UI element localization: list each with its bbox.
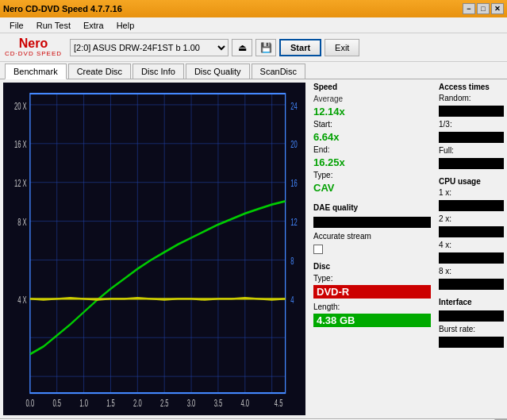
tab-create-disc[interactable]: Create Disc <box>68 64 131 79</box>
nero-sub-text: CD·DVD SPEED <box>5 50 62 57</box>
tabs-bar: Benchmark Create Disc Disc Info Disc Qua… <box>0 62 507 79</box>
window-controls: − □ ✕ <box>463 3 504 14</box>
disc-length-label: Length: <box>313 302 431 311</box>
svg-text:4.5: 4.5 <box>275 398 283 408</box>
cpu4x-label: 4 x: <box>439 241 504 249</box>
menu-help[interactable]: Help <box>110 19 141 32</box>
tab-disc-info[interactable]: Disc Info <box>133 64 184 79</box>
cpu2x-label: 2 x: <box>439 214 504 223</box>
svg-text:1.0: 1.0 <box>79 398 88 408</box>
svg-text:20: 20 <box>290 140 298 150</box>
svg-text:24: 24 <box>290 101 298 111</box>
menu-bar: File Run Test Extra Help <box>0 17 507 33</box>
close-button[interactable]: ✕ <box>491 3 504 14</box>
svg-text:2.5: 2.5 <box>160 398 169 408</box>
average-value: 12.14x <box>313 106 431 118</box>
svg-text:3.5: 3.5 <box>214 398 223 408</box>
menu-extra[interactable]: Extra <box>77 19 110 32</box>
svg-text:4 X: 4 X <box>17 295 26 305</box>
cpu2x-bar <box>439 226 504 237</box>
interface-bar <box>439 310 504 322</box>
speed-chart: 20 X 16 X 12 X 8 X 4 X 24 20 16 12 8 4 0… <box>3 83 305 415</box>
nero-logo: Nero CD·DVD SPEED <box>5 37 62 57</box>
onethird-bar <box>439 132 504 143</box>
svg-text:1.5: 1.5 <box>106 398 115 408</box>
svg-text:12 X: 12 X <box>14 178 27 188</box>
accurate-label: Accurate stream <box>313 232 431 241</box>
accurate-stream-checkbox[interactable] <box>313 245 323 254</box>
cpu-title: CPU usage <box>439 177 504 186</box>
start-label: Start: <box>313 120 431 129</box>
random-label: Random: <box>439 94 504 102</box>
access-times-panel: Access times Random: 1/3: Full: CPU usag… <box>436 79 507 418</box>
svg-text:8 X: 8 X <box>17 217 26 227</box>
svg-text:3.0: 3.0 <box>187 398 196 408</box>
tab-scan-disc[interactable]: ScanDisc <box>252 64 305 79</box>
tab-benchmark[interactable]: Benchmark <box>5 64 67 79</box>
title-bar: Nero CD-DVD Speed 4.7.7.16 − □ ✕ <box>0 0 507 17</box>
svg-text:12: 12 <box>290 217 298 227</box>
svg-text:20 X: 20 X <box>14 101 27 111</box>
eject-icon-button[interactable]: ⏏ <box>232 39 252 56</box>
burst-bar <box>439 337 504 348</box>
maximize-button[interactable]: □ <box>477 3 490 14</box>
interface-label: Interface <box>439 298 504 306</box>
cpu8x-label: 8 x: <box>439 267 504 276</box>
cpu4x-bar <box>439 252 504 264</box>
type-value: CAV <box>313 182 431 194</box>
nero-brand-text: Nero <box>19 37 48 50</box>
random-bar <box>439 106 504 117</box>
disc-type-label: Type: <box>313 274 431 283</box>
speed-title: Speed <box>313 83 431 91</box>
main-content: 20 X 16 X 12 X 8 X 4 X 24 20 16 12 8 4 0… <box>0 79 507 418</box>
svg-text:16: 16 <box>290 178 298 188</box>
svg-text:16 X: 16 X <box>14 140 27 150</box>
cpu1x-label: 1 x: <box>439 188 504 197</box>
disc-title: Disc <box>313 262 431 271</box>
menu-run-test[interactable]: Run Test <box>30 19 77 32</box>
exit-button[interactable]: Exit <box>325 39 359 56</box>
start-value: 6.64x <box>313 131 431 143</box>
access-times-title: Access times <box>439 83 504 91</box>
disc-length-value: 4.38 GB <box>313 314 431 327</box>
full-bar <box>439 158 504 169</box>
accurate-stream-checkbox-row <box>313 245 431 254</box>
disc-type-value: DVD-R <box>313 285 431 299</box>
drive-select[interactable]: [2:0] ASUS DRW-24F1ST b 1.00 <box>70 39 229 56</box>
svg-text:4: 4 <box>290 295 294 305</box>
onethird-label: 1/3: <box>439 120 504 129</box>
svg-text:0.0: 0.0 <box>26 398 35 408</box>
right-panel: Speed Average 12.14x Start: 6.64x End: 1… <box>309 79 436 418</box>
burst-label: Burst rate: <box>439 325 504 333</box>
cpu1x-bar <box>439 200 504 211</box>
cpu8x-bar <box>439 279 504 290</box>
toolbar: Nero CD·DVD SPEED [2:0] ASUS DRW-24F1ST … <box>0 33 507 62</box>
chart-area: 20 X 16 X 12 X 8 X 4 X 24 20 16 12 8 4 0… <box>3 83 305 415</box>
dae-bar <box>313 217 431 228</box>
svg-text:0.5: 0.5 <box>52 398 61 408</box>
dae-title: DAE quality <box>313 203 431 212</box>
end-label: End: <box>313 145 431 154</box>
tab-disc-quality[interactable]: Disc Quality <box>186 64 250 79</box>
type-label: Type: <box>313 171 431 179</box>
full-label: Full: <box>439 146 504 155</box>
menu-file[interactable]: File <box>3 19 30 32</box>
average-label: Average <box>313 94 431 103</box>
save-icon-button[interactable]: 💾 <box>255 39 276 56</box>
app-title: Nero CD-DVD Speed 4.7.7.16 <box>3 4 122 13</box>
svg-text:4.0: 4.0 <box>241 398 250 408</box>
svg-text:8: 8 <box>290 256 294 266</box>
start-button[interactable]: Start <box>279 39 321 56</box>
svg-text:2.0: 2.0 <box>133 398 142 408</box>
minimize-button[interactable]: − <box>463 3 475 14</box>
end-value: 16.25x <box>313 156 431 168</box>
svg-rect-0 <box>3 83 305 415</box>
